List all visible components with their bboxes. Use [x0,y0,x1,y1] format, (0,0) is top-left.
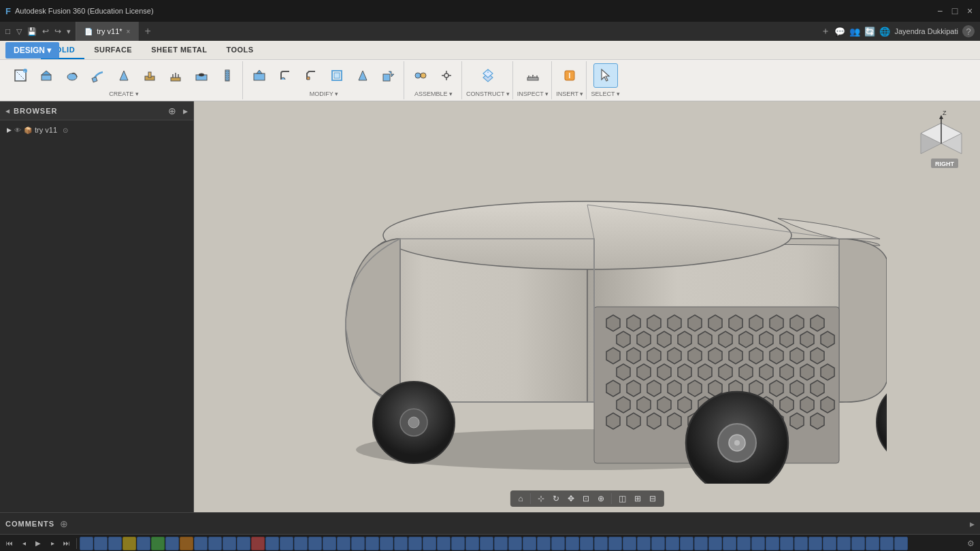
move-copy-button[interactable] [376,63,401,88]
tree-expand-icon[interactable]: ▶ [7,127,12,133]
open-file-icon[interactable]: ▽ [14,26,24,37]
rib-button[interactable] [137,63,162,88]
timeline-feature-57[interactable] [894,537,908,550]
undo-icon[interactable]: ↩ [40,25,51,37]
timeline-go-start[interactable]: ⏮ [3,537,16,550]
timeline-feature-56[interactable] [880,537,894,550]
visual-style-btn[interactable]: ⊟ [647,492,659,505]
timeline-feature-0[interactable] [80,537,93,550]
menu-tab-surface[interactable]: SURFACE [84,41,142,59]
web-button[interactable] [163,63,188,88]
save-icon[interactable]: 💾 [25,26,39,37]
timeline-feature-38[interactable] [623,537,636,550]
timeline-feature-50[interactable] [794,537,808,550]
timeline-feature-33[interactable] [551,537,565,550]
shell-button[interactable] [325,63,349,88]
draft-button[interactable] [350,63,375,88]
timeline-feature-43[interactable] [694,537,708,550]
timeline-settings[interactable]: ⚙ [964,537,977,550]
more-icon[interactable]: ▾ [65,26,73,37]
timeline-go-end[interactable]: ⏭ [60,537,74,550]
timeline-feature-5[interactable] [151,537,165,550]
design-dropdown-btn[interactable]: DESIGN ▾ [5,42,59,59]
tree-eye-icon[interactable]: 👁 [14,127,21,134]
browser-options-icon[interactable]: ⊕ [168,105,176,116]
timeline-feature-28[interactable] [480,537,493,550]
timeline-feature-41[interactable] [666,537,679,550]
axis-gizmo[interactable]: Z RIGHT [911,110,972,171]
timeline-feature-44[interactable] [708,537,722,550]
tab-close-btn[interactable]: × [127,28,131,35]
timeline-feature-26[interactable] [451,537,465,550]
add-comment-icon[interactable]: ⊕ [60,518,68,529]
timeline-feature-19[interactable] [351,537,365,550]
tree-item-root[interactable]: ▶ 👁 📦 try v11 ⊙ [4,124,189,135]
browser-panel-toggle[interactable]: ▸ [183,105,188,116]
timeline-feature-29[interactable] [494,537,508,550]
chat-icon[interactable]: 💬 [834,27,845,37]
timeline-feature-24[interactable] [423,537,436,550]
menu-tab-tools[interactable]: TOOLS [216,41,263,59]
tree-visible-icon[interactable]: ⊙ [63,127,68,134]
home-view-btn[interactable]: ⌂ [515,492,525,505]
timeline-feature-51[interactable] [808,537,822,550]
timeline-feature-55[interactable] [866,537,879,550]
redo-icon[interactable]: ↪ [52,25,63,37]
timeline-go-prev[interactable]: ◂ [17,537,31,550]
timeline-feature-27[interactable] [466,537,479,550]
timeline-feature-16[interactable] [308,537,322,550]
menu-tab-sheet-metal[interactable]: SHEET METAL [142,41,216,59]
chamfer-button[interactable] [299,63,323,88]
timeline-feature-46[interactable] [737,537,751,550]
collaboration-icon[interactable]: 👥 [849,27,860,37]
timeline-feature-31[interactable] [523,537,536,550]
insert-button[interactable]: I [557,63,582,88]
timeline-feature-52[interactable] [823,537,836,550]
timeline-feature-35[interactable] [580,537,593,550]
timeline-play[interactable]: ▶ [31,537,45,550]
timeline-feature-54[interactable] [851,537,865,550]
press-pull-button[interactable] [247,63,272,88]
timeline-feature-11[interactable] [237,537,250,550]
3d-viewport[interactable]: Z RIGHT ⌂ ⊹ ↻ ✥ ⊡ ⊕ ◫ ⊞ ⊟ [194,101,980,512]
orbit-btn[interactable]: ↻ [550,492,562,505]
sync-icon[interactable]: 🔄 [864,27,875,37]
sweep-button[interactable] [86,63,110,88]
timeline-feature-48[interactable] [766,537,779,550]
timeline-feature-15[interactable] [294,537,308,550]
hole-button[interactable] [189,63,214,88]
timeline-feature-32[interactable] [537,537,551,550]
add-tab-button[interactable]: + [139,22,156,41]
timeline-feature-36[interactable] [594,537,608,550]
thread-button[interactable] [215,63,240,88]
zoom-fit-btn[interactable]: ⊡ [580,492,592,505]
timeline-feature-7[interactable] [180,537,193,550]
timeline-feature-10[interactable] [223,537,236,550]
browser-back-icon[interactable]: ◂ [5,106,10,116]
revolve-button[interactable] [60,63,84,88]
close-button[interactable]: × [965,6,975,16]
help-icon[interactable]: ? [962,25,975,37]
minimize-button[interactable]: − [935,6,945,16]
timeline-feature-30[interactable] [508,537,522,550]
pan-btn[interactable]: ✥ [565,492,577,505]
timeline-feature-49[interactable] [780,537,794,550]
offset-plane-button[interactable] [476,63,500,88]
timeline-feature-13[interactable] [265,537,279,550]
timeline-feature-9[interactable] [208,537,222,550]
timeline-feature-14[interactable] [280,537,293,550]
timeline-feature-12[interactable] [251,537,265,550]
timeline-feature-2[interactable] [108,537,122,550]
timeline-feature-6[interactable] [165,537,179,550]
extrude-button[interactable] [34,63,59,88]
grid-toggle-btn[interactable]: ⊞ [632,492,644,505]
display-mode-btn[interactable]: ◫ [616,492,629,505]
joint-origin-button[interactable] [434,63,459,88]
timeline-feature-4[interactable] [137,537,150,550]
timeline-feature-34[interactable] [566,537,579,550]
zoom-btn[interactable]: ⊕ [595,492,607,505]
tab-item-try-v11[interactable]: 📄 try v11* × [76,22,139,41]
panel-collapse-icon[interactable]: ▸ [970,518,975,529]
new-file-icon[interactable]: □ [3,25,13,37]
select-button[interactable] [593,63,618,88]
